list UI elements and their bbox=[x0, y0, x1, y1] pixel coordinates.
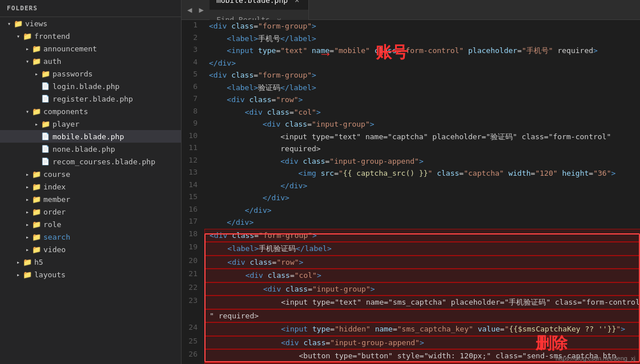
code-line-8: 9 <div class="input-group"> bbox=[182, 118, 640, 131]
tree-label-h5: h5 bbox=[34, 258, 43, 266]
tree-label-video: video bbox=[43, 245, 66, 254]
code-editor[interactable]: 1<div class="form-group">2 <label>手机号</l… bbox=[182, 20, 640, 364]
tree-item-components[interactable]: ▾📁components bbox=[0, 105, 181, 118]
code-line-1: 2 <label>手机号</label> bbox=[182, 33, 640, 45]
folder-icon-passwords: 📁 bbox=[41, 70, 50, 78]
line-number-16: 17 bbox=[182, 216, 204, 229]
folder-icon-announcement: 📁 bbox=[32, 45, 41, 53]
code-line-16: 17 </div> bbox=[182, 216, 640, 229]
tree-item-frontend[interactable]: ▾📁frontend bbox=[0, 30, 181, 42]
tree-label-order: order bbox=[43, 208, 66, 216]
tree-item-auth[interactable]: ▾📁auth bbox=[0, 55, 181, 67]
tree-item-mobile.blade.php[interactable]: 📄mobile.blade.php bbox=[0, 130, 181, 143]
file-icon-mobile.blade.php: 📄 bbox=[41, 132, 50, 140]
tab-bar: ◀ ▶ mobile.blade.php×Find Results× bbox=[182, 0, 640, 20]
line-number-18: 19 bbox=[182, 242, 204, 256]
tree-item-member[interactable]: ▸📁member bbox=[0, 193, 181, 205]
code-line-22: 23 <input type="text" name="sms_captcha"… bbox=[182, 296, 640, 309]
line-number-22: 23 bbox=[182, 296, 204, 309]
folder-icon-course: 📁 bbox=[32, 170, 41, 179]
tree-item-login.blade.php[interactable]: 📄login.blade.php bbox=[0, 80, 181, 92]
line-content-9: <input type="text" name="captcha" placeh… bbox=[204, 131, 640, 143]
folder-icon-role: 📁 bbox=[32, 220, 41, 229]
line-content-2: <input type="text" name="mobile" class="… bbox=[204, 45, 640, 57]
code-line-14: 15 </div> bbox=[182, 192, 640, 204]
tree-label-frontend: frontend bbox=[34, 32, 70, 41]
line-content-3: </div> bbox=[204, 57, 640, 70]
code-line-5: 6 <label>验证码</label> bbox=[182, 82, 640, 94]
tree-label-player: player bbox=[53, 120, 79, 128]
folder-arrow-video: ▸ bbox=[23, 246, 32, 253]
tree-item-layouts[interactable]: ▸📁layouts bbox=[0, 268, 181, 281]
line-number-10: 11 bbox=[182, 143, 204, 155]
tree-item-h5[interactable]: ▸📁h5 bbox=[0, 256, 181, 268]
line-number-26: 26 bbox=[182, 349, 204, 363]
line-content-0: <div class="form-group"> bbox=[204, 20, 640, 33]
tab-mobile[interactable]: mobile.blade.php× bbox=[210, 0, 309, 10]
line-content-11: <div class="input-group-append"> bbox=[204, 155, 640, 168]
line-content-23: " required> bbox=[204, 309, 640, 323]
tree-label-register.blade.php: register.blade.php bbox=[53, 95, 133, 103]
folder-arrow-order: ▸ bbox=[23, 209, 32, 215]
folder-arrow-announcement: ▸ bbox=[23, 46, 32, 52]
line-number-13: 14 bbox=[182, 180, 204, 192]
code-line-11: 12 <div class="input-group-append"> bbox=[182, 155, 640, 168]
folder-icon-auth: 📁 bbox=[32, 57, 41, 66]
code-line-24: 24 <input type="hidden" name="sms_captch… bbox=[182, 322, 640, 336]
tree-label-layouts: layouts bbox=[34, 270, 66, 279]
tree-label-role: role bbox=[43, 220, 61, 229]
line-number-21: 22 bbox=[182, 282, 204, 296]
folder-arrow-views: ▾ bbox=[5, 21, 14, 27]
folder-arrow-h5: ▸ bbox=[14, 259, 23, 265]
tree-item-video[interactable]: ▸📁video bbox=[0, 243, 181, 256]
tree-item-recom_courses.blade.php[interactable]: 📄recom_courses.blade.php bbox=[0, 155, 181, 168]
forward-arrow[interactable]: ▶ bbox=[196, 3, 206, 17]
line-number-15: 16 bbox=[182, 204, 204, 217]
folder-icon-member: 📁 bbox=[32, 195, 41, 204]
folder-arrow-layouts: ▸ bbox=[14, 272, 23, 278]
code-line-23: " required> bbox=[182, 309, 640, 323]
file-icon-login.blade.php: 📄 bbox=[41, 82, 50, 90]
tree-label-passwords: passwords bbox=[53, 70, 92, 78]
line-number-23 bbox=[182, 309, 204, 323]
tree-item-index[interactable]: ▸📁index bbox=[0, 180, 181, 193]
code-line-20: 21 <div class="col"> bbox=[182, 269, 640, 282]
line-number-3: 4 bbox=[182, 57, 204, 70]
tree-item-passwords[interactable]: ▸📁passwords bbox=[0, 67, 181, 80]
line-content-12: <img src="{{ captcha_src() }}" class="ca… bbox=[204, 167, 640, 180]
tab-close-mobile[interactable]: × bbox=[292, 0, 301, 5]
tree-item-role[interactable]: ▸📁role bbox=[0, 218, 181, 230]
line-number-24: 24 bbox=[182, 322, 204, 336]
tree-label-auth: auth bbox=[43, 57, 61, 66]
line-content-6: <div class="row"> bbox=[204, 94, 640, 106]
nav-arrows: ◀ ▶ bbox=[182, 3, 210, 17]
back-arrow[interactable]: ◀ bbox=[185, 3, 194, 17]
tree-item-announcement[interactable]: ▸📁announcement bbox=[0, 42, 181, 55]
line-content-1: <label>手机号</label> bbox=[204, 33, 640, 45]
tree-item-search[interactable]: ▸📁search bbox=[0, 230, 181, 243]
code-line-3: 4</div> bbox=[182, 57, 640, 70]
file-tree: ▾📁views▾📁frontend▸📁announcement▾📁auth▸📁p… bbox=[0, 17, 181, 281]
line-number-4: 5 bbox=[182, 69, 204, 82]
folder-arrow-role: ▸ bbox=[23, 221, 32, 228]
line-number-12: 13 bbox=[182, 167, 204, 180]
tree-item-register.blade.php[interactable]: 📄register.blade.php bbox=[0, 92, 181, 105]
line-content-14: </div> bbox=[204, 192, 640, 204]
line-number-19: 20 bbox=[182, 256, 204, 269]
line-number-1: 2 bbox=[182, 33, 204, 45]
tree-item-order[interactable]: ▸📁order bbox=[0, 205, 181, 218]
tree-item-views[interactable]: ▾📁views bbox=[0, 17, 181, 30]
code-line-0: 1<div class="form-group"> bbox=[182, 20, 640, 33]
code-lines: 1<div class="form-group">2 <label>手机号</l… bbox=[182, 20, 640, 364]
line-number-0: 1 bbox=[182, 20, 204, 33]
tree-item-course[interactable]: ▸📁course bbox=[0, 168, 181, 180]
watermark: https://blog.csdn.net/deng_xj bbox=[556, 355, 635, 362]
tree-item-none.blade.php[interactable]: 📄none.blade.php bbox=[0, 143, 181, 155]
tree-label-index: index bbox=[43, 183, 66, 191]
line-number-25: 25 bbox=[182, 336, 204, 350]
folder-arrow-components: ▾ bbox=[23, 108, 32, 115]
line-number-9: 10 bbox=[182, 131, 204, 143]
tree-item-player[interactable]: ▸📁player bbox=[0, 118, 181, 130]
folder-icon-h5: 📁 bbox=[23, 258, 32, 266]
line-number-2: 3 bbox=[182, 45, 204, 57]
